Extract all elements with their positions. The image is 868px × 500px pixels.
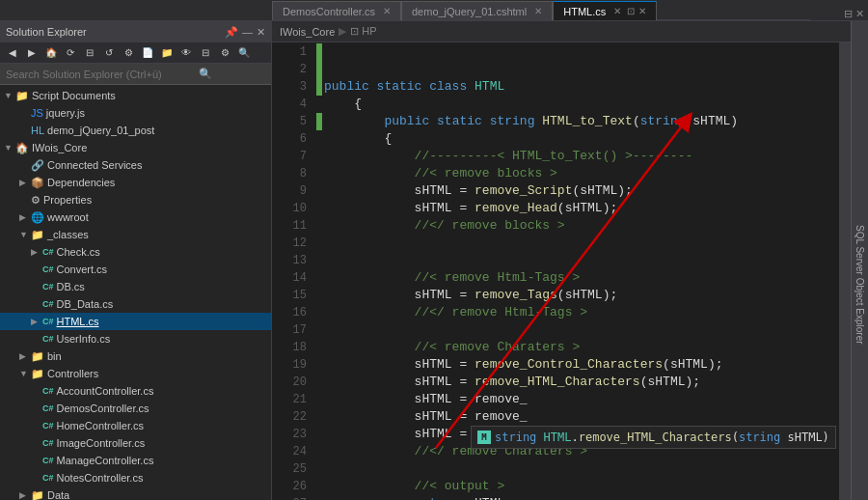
- se-filter-btn[interactable]: ⊟: [81, 44, 98, 62]
- arrow-icon: ▶: [19, 490, 31, 500]
- cs-file-icon: C#: [42, 317, 54, 326]
- gutter-empty: [316, 391, 322, 408]
- se-home-btn[interactable]: 🏠: [42, 44, 60, 62]
- code-line: {: [316, 96, 839, 113]
- arrow-icon: ▶: [19, 178, 31, 187]
- close-icon[interactable]: ✕: [613, 6, 621, 16]
- sql-server-object-explorer-tab[interactable]: SQL Server Object Explorer: [851, 21, 868, 500]
- se-new-file-btn[interactable]: 📄: [139, 44, 156, 62]
- se-pin-icon[interactable]: 📌: [225, 26, 238, 39]
- se-collapse-btn[interactable]: ⊟: [197, 44, 214, 62]
- code-line: public static string HTML_to_Text(string…: [316, 113, 839, 130]
- arrow-icon: ▼: [19, 230, 31, 239]
- tree-item-demo-jquery[interactable]: HL demo_jQuery_01_post: [0, 122, 271, 139]
- main-window: DemosController.cs ✕ demo_jQuery_01.csht…: [0, 0, 868, 500]
- tree-item-homecs[interactable]: C# HomeController.cs: [0, 417, 271, 434]
- code-line: {: [316, 130, 839, 148]
- gutter-empty: [316, 374, 322, 391]
- main-area: Solution Explorer 📌 — ✕ ◀ ▶ 🏠 ⟳ ⊟ ↺ ⚙ 📄 …: [0, 21, 868, 500]
- code-line: //< output >: [316, 478, 839, 495]
- tree-item-bin[interactable]: ▶ 📁 bin: [0, 347, 271, 365]
- code-editor[interactable]: 1 2 3 4 5 6 7 8 9 10 11 12 13 14 15 16 1: [272, 42, 851, 500]
- tree-item-checkcs[interactable]: ▶ C# Check.cs: [0, 243, 271, 261]
- tab-jquery[interactable]: demo_jQuery_01.cshtml ✕: [401, 1, 553, 20]
- se-new-folder-btn[interactable]: 📁: [158, 44, 176, 62]
- folder-icon: 📁: [15, 90, 29, 102]
- se-forward-btn[interactable]: ▶: [23, 44, 41, 62]
- code-line: //</ remove blocks >: [316, 217, 839, 235]
- se-show-all-btn[interactable]: 👁: [177, 44, 195, 62]
- gutter-empty: [316, 304, 322, 321]
- tree-item-data[interactable]: ▶ 📁 Data: [0, 486, 271, 500]
- gutter-empty: [316, 339, 322, 356]
- tab-panel-controls[interactable]: ⊟ ✕: [844, 8, 864, 20]
- tree-item-accountcs[interactable]: C# AccountController.cs: [0, 382, 271, 400]
- tree-item-convertcs[interactable]: C# Convert.cs: [0, 261, 271, 278]
- code-line: sHTML = remove_Tags(sHTML);: [316, 287, 839, 304]
- tree-item-classes[interactable]: ▼ 📁 _classes: [0, 226, 271, 243]
- code-line: sHTML = remove_HTML_Characters(sHTML);: [316, 374, 839, 391]
- tree-item-connected[interactable]: 🔗 Connected Services: [0, 156, 271, 174]
- close-icon[interactable]: ✕: [534, 6, 542, 16]
- search-input[interactable]: [6, 69, 199, 80]
- tree-item-dbdatacs[interactable]: C# DB_Data.cs: [0, 295, 271, 313]
- se-sync-btn[interactable]: ⟳: [62, 44, 79, 62]
- se-back-btn[interactable]: ◀: [4, 44, 21, 62]
- se-refresh-btn[interactable]: ↺: [100, 44, 118, 62]
- html-file-icon: HL: [31, 125, 44, 136]
- code-line-with-tooltip: sHTML = remove_ M string HTML.remove_HTM…: [316, 408, 839, 426]
- solution-explorer-toolbar: ◀ ▶ 🏠 ⟳ ⊟ ↺ ⚙ 📄 📁 👁 ⊟ ⚙ 🔍: [0, 42, 271, 64]
- tree-item-dbcs[interactable]: C# DB.cs: [0, 278, 271, 295]
- search-icon: 🔍: [199, 68, 212, 80]
- tab-demos-controller[interactable]: DemosController.cs ✕: [272, 1, 401, 20]
- folder-icon: 📁: [31, 350, 44, 363]
- se-settings-btn[interactable]: ⚙: [120, 44, 137, 62]
- cs-file-icon: C#: [42, 438, 54, 448]
- close-icon[interactable]: ✕: [383, 6, 391, 16]
- tree-item-dependencies[interactable]: ▶ 📦 Dependencies: [0, 174, 271, 191]
- tree-item-htmlcs[interactable]: ▶ C# HTML.cs: [0, 313, 271, 330]
- tree-item-properties[interactable]: ⚙ Properties: [0, 191, 271, 208]
- code-line: //< remove Charaters >: [316, 339, 839, 356]
- editor-breadcrumb: IWois_Core ▶ ⊡ HP: [272, 21, 851, 42]
- arrow-icon: ▼: [4, 143, 15, 153]
- code-line: //</ remove Html-Tags >: [316, 304, 839, 321]
- tree-item-iwois-core[interactable]: ▼ 🏠 IWois_Core: [0, 139, 271, 156]
- cs-file-icon: C#: [42, 334, 54, 344]
- deps-icon: 📦: [31, 177, 44, 189]
- solution-explorer-panel: Solution Explorer 📌 — ✕ ◀ ▶ 🏠 ⟳ ⊟ ↺ ⚙ 📄 …: [0, 21, 272, 500]
- tree-item-imagecs[interactable]: C# ImageController.cs: [0, 434, 271, 452]
- editor-panel: IWois_Core ▶ ⊡ HP 1 2 3 4 5 6 7 8 9 10: [272, 21, 851, 500]
- gutter-empty: [316, 478, 322, 495]
- vertical-scrollbar[interactable]: [839, 42, 851, 500]
- tab-html[interactable]: HTML.cs ✕ ⊡ ✕: [553, 1, 657, 20]
- arrow-icon: ▶: [31, 317, 42, 326]
- props-icon: ⚙: [31, 194, 41, 207]
- tree-item-jqueryjs[interactable]: JS jquery.js: [0, 104, 271, 122]
- line-numbers: 1 2 3 4 5 6 7 8 9 10 11 12 13 14 15 16 1: [272, 42, 312, 500]
- tree-item-notescs[interactable]: C# NotesController.cs: [0, 469, 271, 486]
- code-line: sHTML = remove_Script(sHTML);: [316, 182, 839, 200]
- code-line: [316, 235, 839, 252]
- cs-file-icon: C#: [42, 421, 54, 431]
- gutter-empty: [316, 217, 322, 235]
- code-line: [316, 460, 839, 478]
- arrow-icon: ▼: [19, 369, 31, 378]
- code-content[interactable]: public static class HTML { public static…: [312, 42, 839, 500]
- tree-item-demoscs[interactable]: C# DemosController.cs: [0, 400, 271, 417]
- tree-item-wwwroot[interactable]: ▶ 🌐 wwwroot: [0, 208, 271, 226]
- js-file-icon: JS: [31, 107, 43, 119]
- se-properties-btn[interactable]: ⚙: [216, 44, 233, 62]
- code-line: //< remove blocks >: [316, 165, 839, 182]
- tree-item-managecs[interactable]: C# ManageController.cs: [0, 452, 271, 469]
- code-line: return sHTML;: [316, 495, 839, 500]
- code-line: sHTML = remove_: [316, 391, 839, 408]
- tree-item-userinfocs[interactable]: C# UserInfo.cs: [0, 330, 271, 347]
- gutter-empty: [316, 460, 322, 478]
- code-line: [316, 252, 839, 269]
- se-minimize-icon[interactable]: —: [242, 26, 253, 39]
- tree-item-script-docs[interactable]: ▼ 📁 Script Documents: [0, 87, 271, 104]
- se-close-icon[interactable]: ✕: [257, 26, 265, 39]
- tree-item-controllers[interactable]: ▼ 📁 Controllers: [0, 365, 271, 382]
- se-preview-btn[interactable]: 🔍: [235, 44, 253, 62]
